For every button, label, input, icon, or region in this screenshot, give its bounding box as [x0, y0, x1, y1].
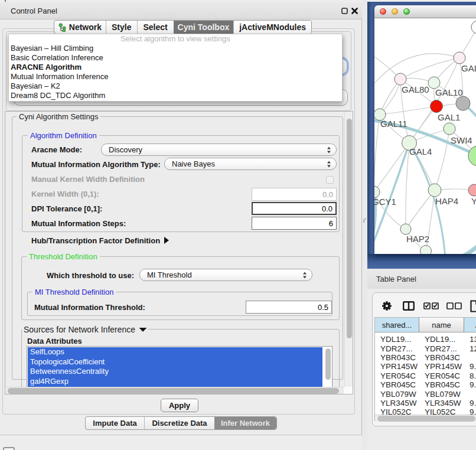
mi-threshold-field[interactable]: 0.5: [246, 301, 332, 314]
zoom-traffic-light[interactable]: [403, 8, 410, 15]
hub-definition-label[interactable]: Hub/Transcription Factor Definition: [31, 237, 160, 244]
node-hap4[interactable]: [428, 184, 441, 197]
split-pane-icon[interactable]: [403, 301, 415, 311]
popup-item[interactable]: Mutual Information Inference: [9, 72, 342, 81]
table-cell[interactable]: YER054C: [375, 371, 419, 380]
node[interactable]: [471, 21, 476, 34]
control-panel-titlebar[interactable]: Control Panel: [0, 2, 362, 19]
table-cell[interactable]: YDL19...: [419, 335, 464, 344]
table-cell[interactable]: YDL19...: [375, 335, 419, 344]
checked-columns-icon[interactable]: [423, 302, 439, 309]
table-row[interactable]: YDR27...YDR27...12: [375, 344, 476, 353]
network-canvas[interactable]: GAL7 GAL80 GAL10 GAL1 GAL11 GAL4 SWI4 GC…: [374, 18, 476, 254]
node-gal80[interactable]: [395, 73, 406, 85]
table-cell[interactable]: YBL079W: [375, 389, 419, 398]
table-cell[interactable]: YER054C: [419, 371, 464, 380]
table-cell[interactable]: YBR043C: [375, 353, 419, 362]
settings-hscrollbar[interactable]: [8, 388, 339, 394]
node-gcy1[interactable]: [374, 186, 380, 198]
network-window-titlebar[interactable]: [374, 5, 476, 18]
table-row[interactable]: YDL19...YDL19...13: [375, 335, 476, 344]
table-cell[interactable]: YBR045C: [375, 380, 419, 389]
tab-select[interactable]: Select: [138, 21, 174, 34]
settings-vscrollbar[interactable]: [347, 119, 352, 338]
tab-network[interactable]: Network: [54, 21, 106, 34]
node-label: GCY1: [374, 197, 396, 207]
table-row[interactable]: YBR045CYBR045C9.: [375, 380, 476, 389]
gear-icon[interactable]: [382, 301, 392, 311]
minimize-traffic-light[interactable]: [392, 8, 398, 15]
popup-item[interactable]: Bayesian – Hill Climbing: [9, 44, 342, 53]
table-panel-titlebar[interactable]: Table Panel: [367, 269, 476, 289]
popup-item-selected[interactable]: ARACNE Algorithm: [9, 63, 342, 72]
status-corner-button[interactable]: [3, 447, 15, 450]
node-swi4[interactable]: [468, 146, 476, 166]
table-cell[interactable]: YLR345W: [419, 399, 464, 407]
table-cell[interactable]: 13: [464, 335, 476, 344]
table-cell[interactable]: YBR045C: [419, 380, 464, 389]
tab-impute-data[interactable]: Impute Data: [86, 417, 145, 429]
table-cell[interactable]: 9.: [464, 399, 476, 407]
table-hscrollbar[interactable]: [377, 416, 475, 422]
table-cell[interactable]: [464, 389, 476, 398]
table-cell[interactable]: YBL079W: [419, 389, 464, 398]
attribute-item[interactable]: BetweennessCentrality: [28, 367, 322, 377]
mi-steps-field[interactable]: 6: [252, 217, 337, 230]
split-divider[interactable]: [362, 0, 367, 450]
float-window-icon[interactable]: [341, 8, 348, 14]
attribute-item[interactable]: SelfLoops: [28, 347, 322, 357]
table-row[interactable]: YER054CYER054C8.: [375, 371, 476, 380]
attribute-list-vscrollbar[interactable]: [325, 348, 331, 380]
table-cell[interactable]: YPR145W: [375, 362, 419, 371]
apply-button[interactable]: Apply: [161, 399, 198, 412]
which-threshold-combo[interactable]: MI Threshold: [139, 269, 312, 281]
tab-discretize-data[interactable]: Discretize Data: [145, 417, 214, 429]
node[interactable]: [444, 123, 455, 135]
table-cell[interactable]: YDR27...: [419, 344, 464, 353]
table-row[interactable]: YBR043CYBR043C: [375, 353, 476, 362]
table-cell[interactable]: YBR043C: [419, 353, 464, 362]
node[interactable]: [420, 246, 432, 255]
table-row[interactable]: YLR345WYLR345W9.: [375, 399, 476, 407]
close-traffic-light[interactable]: [380, 8, 386, 15]
table-cell[interactable]: YLR345W: [375, 399, 419, 407]
tab-infer-network[interactable]: Infer Network: [214, 417, 276, 429]
tab-style[interactable]: Style: [106, 21, 138, 34]
table-cell[interactable]: 9.: [464, 380, 476, 389]
mi-algorithm-type-combo[interactable]: Naive Bayes: [164, 158, 337, 170]
table-row[interactable]: YBL079WYBL079W: [375, 389, 476, 398]
sources-title-row[interactable]: Sources for Network Inference: [22, 325, 148, 334]
document-icon[interactable]: [470, 300, 476, 312]
dpi-tolerance-field[interactable]: 0.0: [252, 202, 337, 215]
table-cell[interactable]: [464, 353, 476, 362]
manual-kernel-width-checkbox[interactable]: [326, 176, 334, 184]
attribute-item[interactable]: gal4RGexp: [28, 377, 322, 387]
close-window-icon[interactable]: [351, 8, 358, 14]
divider-collapse-icon[interactable]: [363, 218, 367, 223]
aracne-mode-combo[interactable]: Discovery: [101, 144, 337, 156]
sources-collapse-arrow-icon[interactable]: [139, 327, 147, 332]
table-cell[interactable]: 9.: [464, 362, 476, 371]
table-cell[interactable]: YPR145W: [419, 362, 464, 371]
column-header-name[interactable]: name: [419, 318, 464, 332]
node-gray[interactable]: [456, 96, 470, 110]
popup-item[interactable]: Bayesian – K2: [9, 81, 342, 91]
node-gal1[interactable]: [431, 100, 443, 113]
hub-expand-arrow-icon[interactable]: [164, 237, 169, 244]
table-row[interactable]: YPR145WYPR145W9.: [375, 362, 476, 371]
node-hap2[interactable]: [400, 224, 411, 234]
node-salmon[interactable]: [468, 184, 476, 196]
table-cell[interactable]: YDR27...: [375, 344, 419, 353]
column-header-shared-name[interactable]: shared...: [375, 318, 419, 332]
node-gal7[interactable]: [454, 52, 465, 64]
tab-jactivemnodules[interactable]: jActiveMNodules: [233, 21, 311, 34]
column-header-next[interactable]: A: [464, 318, 476, 332]
popup-item[interactable]: Basic Correlation Inference: [9, 53, 342, 63]
table-cell[interactable]: 8.: [464, 371, 476, 380]
unchecked-columns-icon[interactable]: [446, 302, 462, 309]
kernel-width-field[interactable]: 0.0: [252, 188, 337, 201]
attribute-item[interactable]: TopologicalCoefficient: [28, 357, 322, 367]
table-cell[interactable]: 12: [464, 344, 476, 353]
tab-cyni-toolbox[interactable]: Cyni Toolbox: [174, 21, 234, 34]
node-gal10[interactable]: [428, 77, 440, 89]
